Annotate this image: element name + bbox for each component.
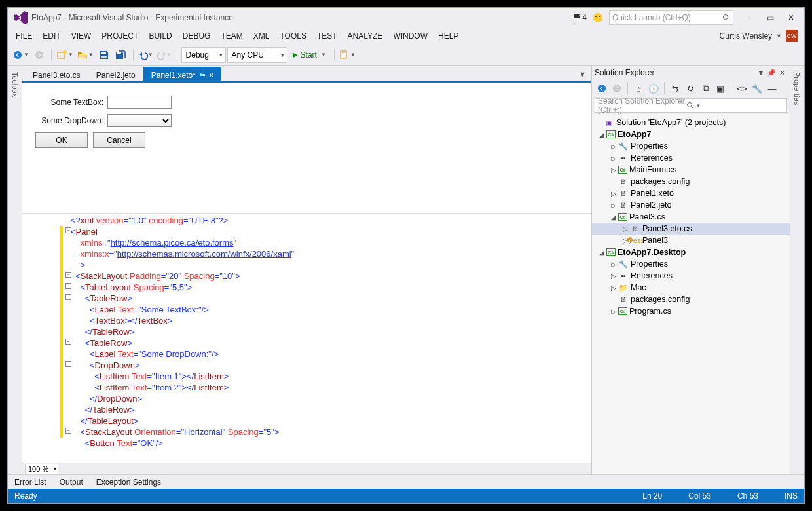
tree-d-properties[interactable]: ▷🔧Properties <box>592 258 790 270</box>
tree-panel3eto[interactable]: ▷🗎Panel3.eto.cs <box>592 223 790 235</box>
pin-icon[interactable]: 📌 <box>766 69 777 77</box>
quick-launch-input[interactable]: Quick Launch (Ctrl+Q) <box>609 10 733 25</box>
menu-debug[interactable]: DEBUG <box>177 29 216 43</box>
platform-combo[interactable]: Any CPU <box>227 47 287 63</box>
redo-button[interactable]: ▼ <box>156 47 173 63</box>
chevron-down-icon[interactable]: ▼ <box>776 33 782 39</box>
new-project-button[interactable]: ▼ <box>56 47 75 63</box>
tab-close-icon[interactable]: × <box>209 71 214 79</box>
tabs-overflow-button[interactable]: ▼ <box>574 70 591 78</box>
status-ln: Ln 20 <box>642 491 662 501</box>
user-name[interactable]: Curtis Wensley <box>720 31 772 41</box>
svg-rect-8 <box>117 52 121 54</box>
menu-team[interactable]: TEAM <box>215 29 248 43</box>
menu-analyze[interactable]: ANALYZE <box>342 29 388 43</box>
se-code-icon[interactable]: <> <box>735 81 749 96</box>
solution-search-input[interactable]: Search Solution Explorer (Ctrl+;) ▼ <box>595 98 787 113</box>
se-showall-icon[interactable]: ▣ <box>713 81 728 96</box>
fold-toggle[interactable]: − <box>65 227 71 233</box>
tree-panel3cs[interactable]: ◢C#Panel3.cs <box>592 211 790 223</box>
toolbox-tab[interactable]: Toolbox <box>10 68 20 101</box>
se-sync-icon[interactable]: ⇆ <box>668 81 682 96</box>
save-button[interactable] <box>96 47 112 63</box>
menu-view[interactable]: VIEW <box>66 29 97 43</box>
code-text[interactable]: <?xml version="1.0" encoding="UTF-8"?> <… <box>22 214 591 450</box>
tab-output[interactable]: Output <box>53 476 90 489</box>
se-scope-icon[interactable]: 🕔 <box>646 81 661 96</box>
svg-point-2 <box>14 51 22 59</box>
tree-panel1[interactable]: ▷🗎Panel1.xeto <box>592 187 790 199</box>
fold-toggle[interactable]: − <box>65 272 71 278</box>
se-properties-icon[interactable]: 🔧 <box>750 81 764 96</box>
tree-references[interactable]: ▷▪▪References <box>592 152 790 164</box>
tab-exception-settings[interactable]: Exception Settings <box>90 476 168 489</box>
open-button[interactable]: ▼ <box>76 47 95 63</box>
designer-ok-button[interactable]: OK <box>35 132 88 148</box>
tree-project-desktop[interactable]: ◢C#EtoApp7.Desktop <box>592 246 790 258</box>
designer-cancel-button[interactable]: Cancel <box>93 132 145 148</box>
zoom-combo[interactable]: 100 % <box>25 464 58 474</box>
menu-edit[interactable]: EDIT <box>37 29 65 43</box>
properties-tab[interactable]: Properties <box>792 68 802 109</box>
designer-textbox[interactable] <box>107 96 172 109</box>
tree-d-program[interactable]: ▷C#Program.cs <box>592 305 790 317</box>
nav-back-button[interactable]: ▼ <box>12 47 30 63</box>
user-avatar[interactable]: CW <box>786 30 798 42</box>
tree-d-packages[interactable]: 🗎packages.config <box>592 293 790 305</box>
tree-d-references[interactable]: ▷▪▪References <box>592 270 790 282</box>
tab-error-list[interactable]: Error List <box>8 476 53 489</box>
left-sidebar: Toolbox <box>8 66 22 474</box>
start-debug-button[interactable]: Start▼ <box>289 47 330 63</box>
svg-point-13 <box>613 85 621 92</box>
panel-dropdown-icon[interactable]: ▼ <box>756 69 766 77</box>
menu-project[interactable]: PROJECT <box>96 29 143 43</box>
fold-toggle[interactable]: − <box>65 428 71 434</box>
fold-toggle[interactable]: − <box>65 339 71 345</box>
svg-rect-11 <box>342 54 345 54</box>
tree-project-etoapp7[interactable]: ◢C#EtoApp7 <box>592 128 790 140</box>
close-button[interactable]: ✕ <box>781 10 802 25</box>
fold-toggle[interactable]: − <box>65 283 71 289</box>
se-refresh-icon[interactable]: ↻ <box>683 81 697 96</box>
tab-panel3[interactable]: Panel3.eto.cs <box>25 67 88 83</box>
nav-fwd-button[interactable] <box>31 47 47 63</box>
tree-solution[interactable]: ▣Solution 'EtoApp7' (2 projects) <box>592 117 790 128</box>
panel-close-icon[interactable]: ✕ <box>777 69 787 77</box>
menu-help[interactable]: HELP <box>433 29 464 43</box>
undo-button[interactable]: ▼ <box>138 47 155 63</box>
config-combo[interactable]: Debug <box>181 47 226 63</box>
menu-test[interactable]: TEST <box>312 29 342 43</box>
notifications-flag[interactable]: 4 <box>573 13 587 22</box>
bottom-tool-tabs: Error List Output Exception Settings <box>8 474 804 489</box>
se-back-button[interactable] <box>595 81 609 96</box>
svg-point-12 <box>598 85 606 92</box>
tab-panel2[interactable]: Panel2.jeto <box>88 67 143 83</box>
menu-tools[interactable]: TOOLS <box>274 29 311 43</box>
tree-mainform[interactable]: ▷C#MainForm.cs <box>592 164 790 176</box>
tree-properties[interactable]: ▷🔧Properties <box>592 140 790 152</box>
se-fwd-button[interactable] <box>610 81 624 96</box>
solution-tree[interactable]: ▣Solution 'EtoApp7' (2 projects) ◢C#EtoA… <box>592 114 790 474</box>
tree-packages[interactable]: 🗎packages.config <box>592 176 790 187</box>
maximize-button[interactable]: ▭ <box>760 10 781 25</box>
fold-toggle[interactable]: − <box>65 294 71 300</box>
fold-toggle[interactable]: − <box>65 361 71 367</box>
se-preview-icon[interactable]: — <box>765 81 779 96</box>
se-collapse-icon[interactable]: ⧉ <box>698 81 712 96</box>
tree-d-mac[interactable]: ▷📁Mac <box>592 282 790 293</box>
se-home-icon[interactable]: ⌂ <box>631 81 646 96</box>
minimize-button[interactable]: ─ <box>739 10 760 25</box>
svg-point-3 <box>35 51 43 59</box>
menu-build[interactable]: BUILD <box>143 29 177 43</box>
save-all-button[interactable] <box>113 47 129 63</box>
menu-xml[interactable]: XML <box>248 29 275 43</box>
menu-window[interactable]: WINDOW <box>388 29 433 43</box>
menu-file[interactable]: FILE <box>10 29 37 43</box>
code-editor[interactable]: − − − − − − − <?xml version="1.0" encodi… <box>22 214 591 463</box>
find-in-files-button[interactable]: ▼ <box>339 47 357 63</box>
designer-dropdown[interactable] <box>107 114 172 127</box>
tab-panel1[interactable]: Panel1.xeto* ⇆ × <box>143 67 222 83</box>
tree-panel3cls[interactable]: ▷�essPanel3 <box>592 235 790 246</box>
tree-panel2[interactable]: ▷🗎Panel2.jeto <box>592 199 790 211</box>
feedback-smiley-icon[interactable] <box>593 13 602 22</box>
